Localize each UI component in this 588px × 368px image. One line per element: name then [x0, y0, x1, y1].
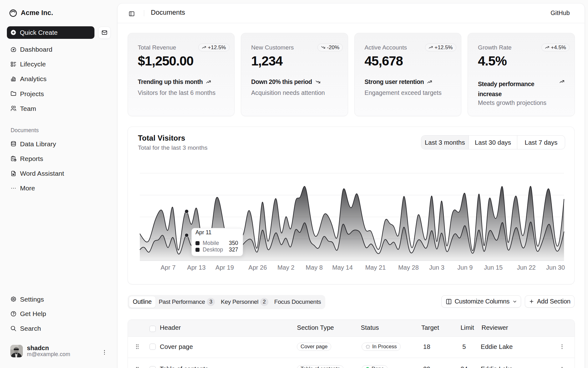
svg-text:Jun 15: Jun 15 [484, 264, 503, 271]
svg-text:May 8: May 8 [306, 264, 322, 271]
svg-text:May 28: May 28 [398, 264, 419, 271]
svg-text:May 2: May 2 [277, 264, 294, 271]
svg-text:Jun 3: Jun 3 [429, 264, 444, 271]
svg-text:Jun 30: Jun 30 [546, 264, 565, 271]
svg-text:Apr 19: Apr 19 [215, 264, 234, 271]
svg-text:Apr 26: Apr 26 [248, 264, 267, 271]
svg-text:Jun 9: Jun 9 [457, 264, 473, 271]
svg-text:May 21: May 21 [365, 264, 386, 271]
svg-text:Apr 13: Apr 13 [187, 264, 205, 271]
svg-text:Jun 22: Jun 22 [517, 264, 535, 271]
svg-text:May 14: May 14 [332, 264, 353, 271]
svg-text:Apr 7: Apr 7 [160, 264, 175, 271]
